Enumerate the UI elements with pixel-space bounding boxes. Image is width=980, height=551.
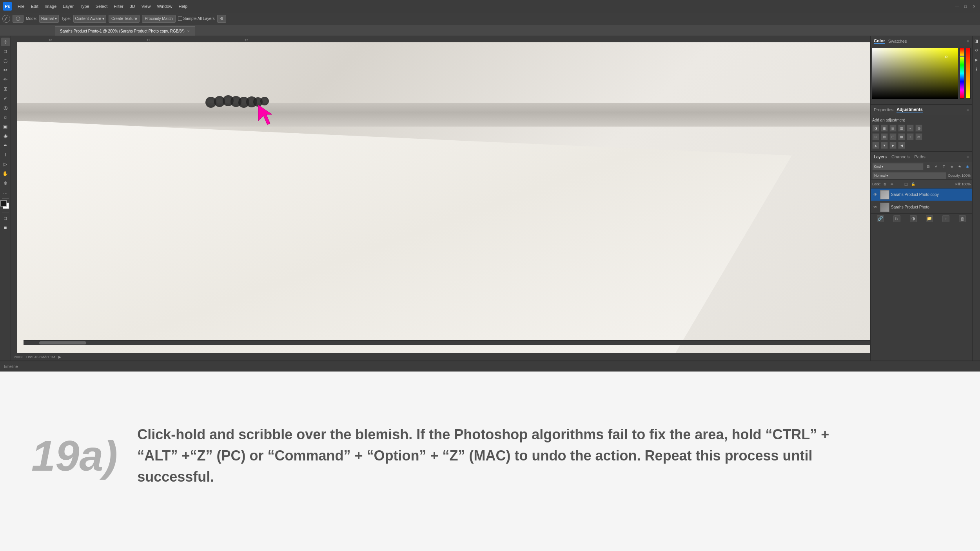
lock-position-icon[interactable]: +: [897, 181, 902, 187]
adj-icon-5[interactable]: ▪: [907, 125, 914, 132]
menu-help[interactable]: Help: [176, 2, 191, 10]
maximize-button[interactable]: □: [963, 4, 968, 9]
tool-text[interactable]: T: [1, 150, 10, 159]
adjustments-panel-title[interactable]: Adjustments: [897, 107, 923, 112]
tool-eyedropper[interactable]: ✏: [1, 75, 10, 84]
adj-icon-3[interactable]: ▤: [889, 125, 897, 132]
tool-pen[interactable]: ✒: [1, 141, 10, 150]
layer-visibility-1[interactable]: 👁: [872, 204, 878, 210]
tool-screen-mode[interactable]: ■: [1, 223, 10, 232]
canvas-content[interactable]: [17, 42, 870, 353]
sample-all-layers-checkbox[interactable]: Sample All Layers: [178, 16, 215, 21]
menu-select[interactable]: Select: [93, 2, 111, 10]
tool-gradient[interactable]: ▣: [1, 122, 10, 131]
adj-icon-9[interactable]: ▢: [889, 133, 897, 140]
horizontal-scrollbar[interactable]: [24, 340, 870, 345]
adj-icon-15[interactable]: ▶: [889, 142, 897, 149]
opacity-control[interactable]: Opacity: 100%: [948, 174, 971, 178]
menu-layer[interactable]: Layer: [60, 2, 76, 10]
tool-eraser[interactable]: ☼: [1, 113, 10, 121]
filter-icon-5[interactable]: ★: [956, 163, 963, 170]
tool-hand[interactable]: ✋: [1, 169, 10, 178]
filter-icon-3[interactable]: T: [941, 163, 947, 170]
type-dropdown[interactable]: Content-Aware ▾: [73, 15, 107, 23]
color-panel-title[interactable]: Color: [874, 38, 885, 44]
create-texture-button[interactable]: Create Texture: [109, 15, 140, 23]
tool-more[interactable]: …: [1, 188, 10, 197]
filter-icon-4[interactable]: ◈: [949, 163, 955, 170]
color-panel-menu[interactable]: ≡: [967, 39, 969, 44]
lock-all-icon[interactable]: 🔒: [911, 181, 916, 187]
proximity-match-button[interactable]: Proximity Match: [142, 15, 175, 23]
adj-icon-12[interactable]: ▭: [915, 133, 922, 140]
document-tab[interactable]: Sarahs Product Photo-1 @ 200% (Sarahs Pr…: [55, 26, 195, 36]
saturation-slider[interactable]: [966, 48, 971, 99]
menu-edit[interactable]: Edit: [28, 2, 41, 10]
right-icon-info[interactable]: ℹ: [973, 66, 980, 72]
tool-brush[interactable]: ✓: [1, 94, 10, 103]
layer-visibility-0[interactable]: 👁: [872, 192, 878, 198]
tool-move[interactable]: ⊹: [1, 38, 10, 46]
adj-icon-7[interactable]: □: [872, 133, 879, 140]
menu-image[interactable]: Image: [42, 2, 60, 10]
delete-layer-button[interactable]: 🗑: [959, 215, 966, 222]
link-layers-button[interactable]: 🔗: [877, 215, 884, 222]
menu-3d[interactable]: 3D: [127, 2, 138, 10]
lock-transparent-icon[interactable]: ⊠: [882, 181, 888, 187]
hue-slider-thumb[interactable]: [959, 56, 965, 57]
add-style-button[interactable]: fx: [893, 215, 900, 222]
mode-dropdown[interactable]: Normal ▾: [39, 15, 59, 23]
tool-zoom[interactable]: ⊕: [1, 179, 10, 187]
properties-panel-title[interactable]: Properties: [874, 107, 893, 112]
menu-file[interactable]: File: [15, 2, 27, 10]
scrollbar-thumb[interactable]: [39, 341, 86, 344]
menu-type[interactable]: Type: [77, 2, 92, 10]
filter-toggle[interactable]: ◉: [964, 163, 971, 170]
layer-item-0[interactable]: 👁 Sarahs Product Photo copy: [871, 188, 972, 201]
right-icon-history[interactable]: ↺: [973, 47, 980, 53]
extras-button[interactable]: ⚙: [217, 15, 226, 23]
lock-image-icon[interactable]: ✏: [889, 181, 895, 187]
minimize-button[interactable]: —: [954, 4, 960, 9]
tool-clone[interactable]: ◎: [1, 103, 10, 112]
swatches-panel-title[interactable]: Swatches: [888, 39, 907, 44]
properties-panel-menu[interactable]: ≡: [967, 108, 969, 112]
layer-item-1[interactable]: 👁 Sarahs Product Photo: [871, 201, 972, 214]
adj-icon-2[interactable]: ▦: [881, 125, 888, 132]
tool-healing[interactable]: ⊞: [1, 85, 10, 93]
tool-marquee[interactable]: □: [1, 47, 10, 56]
new-layer-button[interactable]: +: [942, 215, 949, 222]
adj-icon-10[interactable]: ▩: [898, 133, 905, 140]
tab-close-button[interactable]: ✕: [187, 29, 190, 33]
adj-icon-1[interactable]: ◑: [872, 125, 879, 132]
menu-filter[interactable]: Filter: [111, 2, 126, 10]
adj-icon-8[interactable]: ▧: [881, 133, 888, 140]
adj-icon-16[interactable]: ◀: [898, 142, 905, 149]
adj-icon-4[interactable]: ▥: [898, 125, 905, 132]
channels-tab[interactable]: Channels: [891, 154, 909, 159]
color-spectrum[interactable]: [872, 48, 958, 99]
fill-control[interactable]: Fill: 100%: [955, 182, 971, 186]
adj-icon-14[interactable]: ▼: [881, 142, 888, 149]
menu-window[interactable]: Window: [154, 2, 175, 10]
layers-filter-dropdown[interactable]: Kind ▾: [872, 163, 924, 170]
adj-icon-13[interactable]: ▲: [872, 142, 879, 149]
adj-icon-6[interactable]: ◎: [915, 125, 922, 132]
filter-icon-1[interactable]: ⊞: [925, 163, 931, 170]
paths-tab[interactable]: Paths: [915, 154, 926, 159]
tool-mask-mode[interactable]: □: [1, 214, 10, 223]
hue-slider[interactable]: [960, 48, 964, 99]
tool-dodge[interactable]: ◉: [1, 132, 10, 140]
foreground-color-swatch[interactable]: [0, 200, 7, 207]
brush-size-button[interactable]: [13, 15, 24, 23]
right-icon-color[interactable]: ◨: [973, 38, 980, 44]
add-mask-button[interactable]: ◑: [910, 215, 917, 222]
color-spectrum-area[interactable]: [872, 48, 958, 103]
color-swatches[interactable]: [0, 200, 11, 210]
blend-mode-dropdown[interactable]: Normal ▾: [872, 172, 946, 179]
menu-view[interactable]: View: [139, 2, 154, 10]
tool-path[interactable]: ▷: [1, 160, 10, 169]
right-icon-actions[interactable]: ▶: [973, 56, 980, 63]
close-button[interactable]: ✕: [971, 4, 977, 9]
lock-artboard-icon[interactable]: ◫: [904, 181, 909, 187]
